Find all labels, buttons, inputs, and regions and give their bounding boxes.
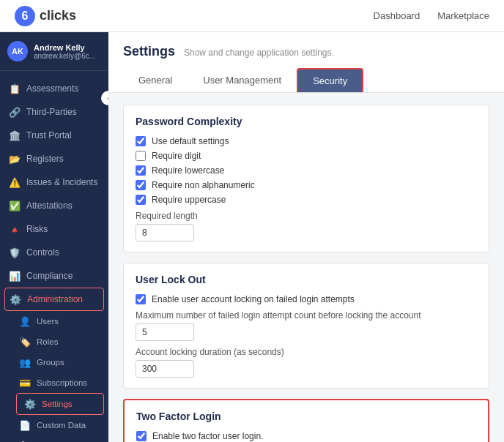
sidebar-item-label: Settings — [42, 400, 73, 408]
sidebar-item-attestations[interactable]: ✅ Attestations — [0, 194, 108, 217]
enable-2fa-checkbox[interactable] — [136, 431, 147, 441]
checkbox-require-non-alpha: Require non alphanumeric — [136, 180, 477, 190]
use-default-label: Use default settings — [152, 136, 229, 146]
sidebar-item-compliance[interactable]: 📊 Compliance — [0, 264, 108, 288]
sidebar-item-roles[interactable]: 🏷️ Roles — [12, 332, 108, 352]
two-factor-login-title: Two Factor Login — [136, 411, 476, 422]
require-uppercase-label: Require uppercase — [152, 195, 226, 205]
sidebar-item-label: Subscriptions — [37, 378, 87, 387]
attestations-icon: ✅ — [9, 200, 21, 211]
sidebar-nav: 📋 Assessments 🔗 Third-Parties 🏛️ Trust P… — [0, 71, 108, 442]
sidebar-item-label: Compliance — [26, 271, 73, 281]
max-failed-label: Maximum number of failed login attempt c… — [136, 310, 477, 321]
required-length-label: Required length — [136, 211, 477, 221]
require-digit-label: Require digit — [152, 151, 201, 161]
enable-2fa-label: Enable two factor user login. — [152, 431, 263, 441]
settings-title: Settings — [123, 44, 175, 59]
settings-title-row: Settings Show and change application set… — [123, 44, 489, 59]
main-layout: AK Andrew Kelly andrew.kelly@6c... ‹ 📋 A… — [0, 32, 504, 442]
sidebar-item-administration[interactable]: ⚙️ Administration — [4, 288, 104, 311]
lock-duration-label: Account locking duration (as seconds) — [136, 347, 477, 357]
checkbox-require-digit: Require digit — [136, 151, 477, 161]
checkbox-require-lowercase: Require lowercase — [136, 165, 477, 176]
sidebar-item-controls[interactable]: 🛡️ Controls — [0, 241, 108, 264]
sidebar-item-label: Third-Parties — [26, 107, 77, 117]
require-uppercase-checkbox[interactable] — [136, 195, 146, 205]
risks-icon: 🔺 — [9, 223, 21, 235]
enable-locking-label: Enable user account locking on failed lo… — [152, 294, 355, 304]
tab-user-management[interactable]: User Management — [188, 68, 297, 92]
logo-icon: 6 — [15, 6, 35, 26]
nav-dashboard[interactable]: Dashboard — [374, 10, 420, 21]
sidebar-item-label: Registers — [26, 154, 64, 164]
sidebar-item-label: Custom Data — [37, 421, 86, 430]
sidebar-item-groups[interactable]: 👥 Groups — [12, 352, 108, 372]
sidebar-item-label: Issues & Incidents — [26, 177, 97, 187]
top-navigation: 6 clicks Dashboard Marketplace — [0, 0, 504, 32]
sidebar-item-label: Attestations — [26, 201, 73, 211]
sidebar-item-label: Controls — [26, 247, 59, 258]
user-lock-out-section: User Lock Out Enable user account lockin… — [123, 263, 489, 389]
trust-portal-icon: 🏛️ — [9, 130, 21, 141]
max-failed-input[interactable] — [136, 323, 194, 341]
sidebar-item-risks[interactable]: 🔺 Risks — [0, 217, 108, 241]
groups-icon: 👥 — [19, 356, 31, 368]
user-info: Andrew Kelly andrew.kelly@6c... — [34, 43, 95, 60]
user-email: andrew.kelly@6c... — [34, 52, 95, 60]
sidebar-item-third-parties[interactable]: 🔗 Third-Parties — [0, 100, 108, 124]
checkbox-use-default: Use default settings — [136, 136, 477, 146]
sidebar-item-issues-incidents[interactable]: ⚠️ Issues & Incidents — [0, 171, 108, 194]
compliance-icon: 📊 — [9, 270, 21, 282]
tab-general[interactable]: General — [123, 68, 188, 92]
sidebar-item-integrations[interactable]: 🔌 Integrations — [12, 435, 108, 442]
issues-icon: ⚠️ — [9, 176, 21, 188]
settings-icon: ⚙️ — [24, 398, 36, 410]
sidebar-submenu: 👤 Users 🏷️ Roles 👥 Groups 💳 Subscription… — [0, 311, 108, 442]
custom-data-icon: 📄 — [19, 419, 31, 431]
password-complexity-section: Password Complexity Use default settings… — [123, 105, 489, 252]
checkbox-enable-2fa: Enable two factor user login. — [136, 431, 476, 441]
require-digit-checkbox[interactable] — [136, 151, 146, 161]
subscriptions-icon: 💳 — [19, 377, 31, 389]
top-nav-links: Dashboard Marketplace — [374, 10, 489, 21]
roles-icon: 🏷️ — [19, 336, 31, 348]
require-non-alpha-label: Require non alphanumeric — [152, 180, 255, 190]
sidebar-item-label: Risks — [26, 224, 48, 234]
user-name: Andrew Kelly — [34, 43, 95, 52]
checkbox-require-uppercase: Require uppercase — [136, 195, 477, 205]
sidebar-item-settings[interactable]: ⚙️ Settings — [16, 393, 104, 415]
enable-locking-checkbox[interactable] — [136, 294, 146, 304]
require-non-alpha-checkbox[interactable] — [136, 180, 146, 190]
sidebar-item-label: Users — [37, 317, 59, 326]
password-complexity-title: Password Complexity — [136, 116, 477, 127]
required-length-input[interactable] — [136, 224, 194, 241]
checkbox-enable-locking: Enable user account locking on failed lo… — [136, 294, 477, 304]
avatar: AK — [7, 41, 28, 61]
lock-duration-input[interactable] — [136, 360, 194, 378]
two-factor-login-section: Two Factor Login Enable two factor user … — [123, 399, 489, 442]
controls-icon: 🛡️ — [9, 247, 21, 258]
sidebar-item-users[interactable]: 👤 Users — [12, 311, 108, 332]
sidebar-item-subscriptions[interactable]: 💳 Subscriptions — [12, 372, 108, 393]
require-lowercase-label: Require lowercase — [152, 165, 224, 176]
settings-subtitle: Show and change application settings. — [184, 48, 334, 58]
sidebar-item-label: Trust Portal — [26, 130, 72, 141]
administration-icon: ⚙️ — [10, 293, 21, 305]
sidebar-item-custom-data[interactable]: 📄 Custom Data — [12, 415, 108, 435]
user-section: AK Andrew Kelly andrew.kelly@6c... — [0, 32, 108, 71]
registers-icon: 📂 — [9, 153, 21, 165]
settings-tabs: General User Management Security — [123, 68, 489, 92]
logo-text: clicks — [40, 8, 76, 23]
users-icon: 👤 — [19, 315, 31, 327]
settings-header: Settings Show and change application set… — [108, 32, 504, 93]
sidebar-item-registers[interactable]: 📂 Registers — [0, 147, 108, 171]
sidebar-item-assessments[interactable]: 📋 Assessments — [0, 77, 108, 100]
sidebar-item-trust-portal[interactable]: 🏛️ Trust Portal — [0, 124, 108, 147]
sidebar-item-label: Administration — [27, 294, 83, 304]
use-default-checkbox[interactable] — [136, 136, 146, 146]
tab-security[interactable]: Security — [297, 68, 363, 92]
sidebar-item-label: Assessments — [26, 83, 78, 94]
nav-marketplace[interactable]: Marketplace — [437, 10, 489, 21]
third-parties-icon: 🔗 — [9, 106, 21, 118]
require-lowercase-checkbox[interactable] — [136, 165, 146, 176]
